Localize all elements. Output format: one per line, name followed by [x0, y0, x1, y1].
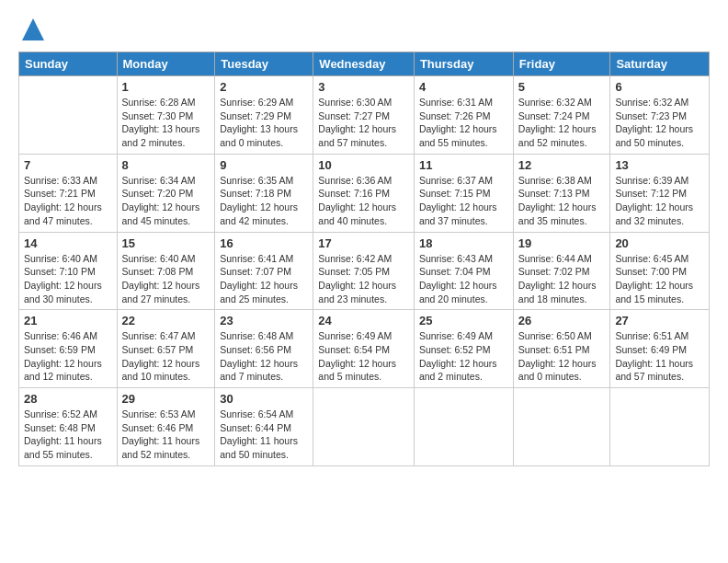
calendar-cell: 30Sunrise: 6:54 AMSunset: 6:44 PMDayligh…: [215, 388, 313, 466]
day-info: Sunrise: 6:30 AMSunset: 7:27 PMDaylight:…: [318, 96, 409, 150]
weekday-header-row: SundayMondayTuesdayWednesdayThursdayFrid…: [19, 52, 710, 76]
day-info: Sunrise: 6:40 AMSunset: 7:08 PMDaylight:…: [122, 252, 210, 306]
week-row-4: 28Sunrise: 6:52 AMSunset: 6:48 PMDayligh…: [19, 388, 710, 466]
calendar-cell: 21Sunrise: 6:46 AMSunset: 6:59 PMDayligh…: [19, 310, 118, 388]
day-info: Sunrise: 6:47 AMSunset: 6:57 PMDaylight:…: [122, 329, 210, 384]
logo-content: [18, 18, 46, 46]
weekday-header-sunday: Sunday: [19, 52, 118, 76]
page-container: SundayMondayTuesdayWednesdayThursdayFrid…: [0, 0, 728, 476]
day-info: Sunrise: 6:38 AMSunset: 7:13 PMDaylight:…: [518, 174, 606, 228]
day-number: 23: [220, 314, 308, 327]
day-info: Sunrise: 6:35 AMSunset: 7:18 PMDaylight:…: [220, 174, 308, 228]
calendar-table: SundayMondayTuesdayWednesdayThursdayFrid…: [18, 52, 710, 466]
day-info: Sunrise: 6:45 AMSunset: 7:00 PMDaylight:…: [615, 252, 704, 306]
day-info: Sunrise: 6:36 AMSunset: 7:16 PMDaylight:…: [318, 174, 409, 228]
calendar-cell: 12Sunrise: 6:38 AMSunset: 7:13 PMDayligh…: [513, 154, 610, 232]
day-number: 8: [122, 158, 210, 172]
calendar-cell: [513, 388, 610, 466]
week-row-3: 21Sunrise: 6:46 AMSunset: 6:59 PMDayligh…: [19, 310, 710, 388]
day-number: 13: [615, 158, 704, 172]
day-info: Sunrise: 6:31 AMSunset: 7:26 PMDaylight:…: [419, 96, 508, 150]
calendar-cell: 29Sunrise: 6:53 AMSunset: 6:46 PMDayligh…: [117, 388, 215, 466]
day-number: 2: [220, 80, 308, 94]
day-number: 16: [220, 236, 308, 250]
day-info: Sunrise: 6:28 AMSunset: 7:30 PMDaylight:…: [122, 96, 210, 150]
calendar-cell: 2Sunrise: 6:29 AMSunset: 7:29 PMDaylight…: [215, 76, 313, 155]
calendar-cell: [414, 388, 513, 466]
day-number: 17: [318, 236, 409, 250]
day-number: 10: [318, 158, 409, 172]
calendar-cell: 15Sunrise: 6:40 AMSunset: 7:08 PMDayligh…: [117, 232, 215, 310]
day-info: Sunrise: 6:34 AMSunset: 7:20 PMDaylight:…: [122, 174, 210, 228]
day-number: 1: [122, 80, 210, 94]
day-info: Sunrise: 6:33 AMSunset: 7:21 PMDaylight:…: [24, 174, 112, 228]
weekday-header-tuesday: Tuesday: [215, 52, 313, 76]
day-info: Sunrise: 6:49 AMSunset: 6:54 PMDaylight:…: [318, 329, 409, 384]
day-info: Sunrise: 6:48 AMSunset: 6:56 PMDaylight:…: [220, 329, 308, 384]
day-number: 30: [220, 392, 308, 406]
weekday-header-thursday: Thursday: [414, 52, 513, 76]
weekday-header-wednesday: Wednesday: [313, 52, 415, 76]
day-number: 12: [518, 158, 606, 172]
day-info: Sunrise: 6:44 AMSunset: 7:02 PMDaylight:…: [518, 252, 606, 306]
header: [18, 15, 710, 46]
calendar-cell: 3Sunrise: 6:30 AMSunset: 7:27 PMDaylight…: [313, 76, 415, 155]
day-number: 27: [615, 314, 704, 327]
day-info: Sunrise: 6:49 AMSunset: 6:52 PMDaylight:…: [419, 329, 508, 384]
calendar-cell: 14Sunrise: 6:40 AMSunset: 7:10 PMDayligh…: [19, 232, 118, 310]
calendar-cell: 16Sunrise: 6:41 AMSunset: 7:07 PMDayligh…: [215, 232, 313, 310]
weekday-header-friday: Friday: [513, 52, 610, 76]
day-info: Sunrise: 6:43 AMSunset: 7:04 PMDaylight:…: [419, 252, 508, 306]
calendar-cell: 19Sunrise: 6:44 AMSunset: 7:02 PMDayligh…: [513, 232, 610, 310]
calendar-cell: 18Sunrise: 6:43 AMSunset: 7:04 PMDayligh…: [414, 232, 513, 310]
day-number: 24: [318, 314, 409, 327]
day-number: 7: [24, 158, 112, 172]
day-info: Sunrise: 6:50 AMSunset: 6:51 PMDaylight:…: [518, 329, 606, 384]
svg-marker-0: [22, 18, 44, 40]
calendar-cell: [313, 388, 415, 466]
day-number: 21: [24, 314, 112, 327]
calendar-cell: 28Sunrise: 6:52 AMSunset: 6:48 PMDayligh…: [19, 388, 118, 466]
calendar-cell: 5Sunrise: 6:32 AMSunset: 7:24 PMDaylight…: [513, 76, 610, 155]
calendar-cell: 22Sunrise: 6:47 AMSunset: 6:57 PMDayligh…: [117, 310, 215, 388]
day-info: Sunrise: 6:39 AMSunset: 7:12 PMDaylight:…: [615, 174, 704, 228]
calendar-cell: 24Sunrise: 6:49 AMSunset: 6:54 PMDayligh…: [313, 310, 415, 388]
week-row-2: 14Sunrise: 6:40 AMSunset: 7:10 PMDayligh…: [19, 232, 710, 310]
calendar-cell: [610, 388, 710, 466]
logo: [18, 15, 46, 46]
day-info: Sunrise: 6:51 AMSunset: 6:49 PMDaylight:…: [615, 329, 704, 384]
weekday-header-monday: Monday: [117, 52, 215, 76]
day-number: 26: [518, 314, 606, 327]
day-number: 28: [24, 392, 112, 406]
weekday-header-saturday: Saturday: [610, 52, 710, 76]
day-info: Sunrise: 6:40 AMSunset: 7:10 PMDaylight:…: [24, 252, 112, 306]
day-number: 4: [419, 80, 508, 94]
calendar-cell: 27Sunrise: 6:51 AMSunset: 6:49 PMDayligh…: [610, 310, 710, 388]
day-number: 22: [122, 314, 210, 327]
calendar-cell: 26Sunrise: 6:50 AMSunset: 6:51 PMDayligh…: [513, 310, 610, 388]
calendar-cell: 20Sunrise: 6:45 AMSunset: 7:00 PMDayligh…: [610, 232, 710, 310]
day-number: 11: [419, 158, 508, 172]
calendar-cell: [19, 76, 118, 155]
calendar-cell: 25Sunrise: 6:49 AMSunset: 6:52 PMDayligh…: [414, 310, 513, 388]
day-info: Sunrise: 6:52 AMSunset: 6:48 PMDaylight:…: [24, 408, 112, 462]
calendar-cell: 9Sunrise: 6:35 AMSunset: 7:18 PMDaylight…: [215, 154, 313, 232]
day-number: 6: [615, 80, 704, 94]
calendar-cell: 6Sunrise: 6:32 AMSunset: 7:23 PMDaylight…: [610, 76, 710, 155]
day-number: 15: [122, 236, 210, 250]
day-info: Sunrise: 6:53 AMSunset: 6:46 PMDaylight:…: [122, 408, 210, 462]
calendar-cell: 17Sunrise: 6:42 AMSunset: 7:05 PMDayligh…: [313, 232, 415, 310]
calendar-cell: 4Sunrise: 6:31 AMSunset: 7:26 PMDaylight…: [414, 76, 513, 155]
day-info: Sunrise: 6:37 AMSunset: 7:15 PMDaylight:…: [419, 174, 508, 228]
week-row-1: 7Sunrise: 6:33 AMSunset: 7:21 PMDaylight…: [19, 154, 710, 232]
day-info: Sunrise: 6:32 AMSunset: 7:24 PMDaylight:…: [518, 96, 606, 150]
calendar-cell: 11Sunrise: 6:37 AMSunset: 7:15 PMDayligh…: [414, 154, 513, 232]
calendar-cell: 8Sunrise: 6:34 AMSunset: 7:20 PMDaylight…: [117, 154, 215, 232]
week-row-0: 1Sunrise: 6:28 AMSunset: 7:30 PMDaylight…: [19, 76, 710, 155]
day-number: 29: [122, 392, 210, 406]
day-number: 9: [220, 158, 308, 172]
day-number: 5: [518, 80, 606, 94]
calendar-cell: 23Sunrise: 6:48 AMSunset: 6:56 PMDayligh…: [215, 310, 313, 388]
day-number: 3: [318, 80, 409, 94]
day-number: 18: [419, 236, 508, 250]
